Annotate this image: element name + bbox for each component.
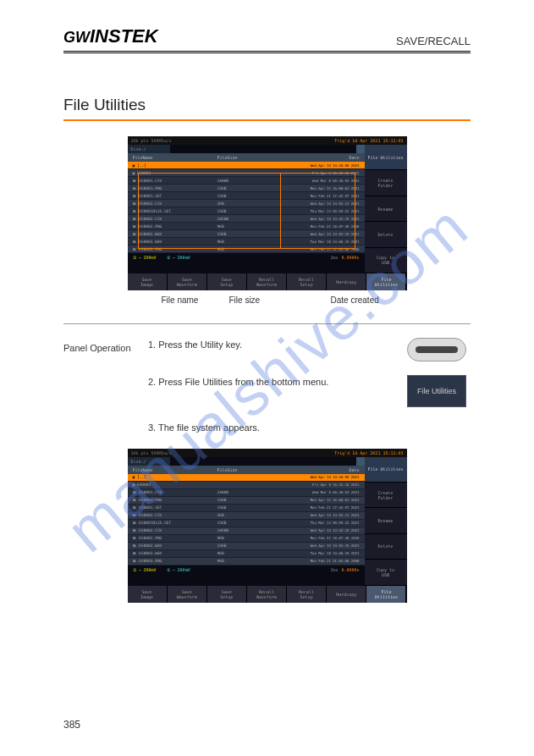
file-row: 🗎 DS0001.CSV244KBWed Mar 8 00:30:54 2021: [128, 177, 365, 185]
file-row: 🗎 DS0001R125.SET15KBThu Mar 13 09:55:22 …: [128, 207, 365, 215]
bottom-button: Recall Waveform: [247, 273, 287, 290]
right-panel-button: Create Folder: [365, 170, 407, 196]
bottom-button: Save Image: [128, 586, 168, 603]
file-row: 🗎 DS0002.CSV2KBWed Apr 14 14:52:11 2021: [128, 200, 365, 207]
annotation-line: [138, 173, 355, 174]
file-row: 🗎 DS0003.PNG9KBMon Feb 21 21:04:06 2000: [128, 558, 365, 566]
file-row: 🗎 DS0003.WAV9KBTue Mar 18 14:00:19 2021: [128, 550, 365, 558]
page-header: GWINSTEK SAVE/RECALL: [63, 25, 471, 53]
step-text: 3. The file system appears.: [148, 421, 403, 435]
disk-label: Disk:/: [128, 145, 170, 153]
logo: GWINSTEK: [63, 25, 158, 47]
file-row: 🗎 DS0002.WAV15KBWed Apr 14 14:52:19 2021: [128, 543, 365, 550]
bottom-button: Hardcopy: [327, 586, 366, 603]
right-panel-button: Delete: [365, 222, 407, 247]
file-row: 🗎 DS0003.WAV9KBTue Mar 18 14:00:19 2021: [128, 238, 365, 246]
sc-topbar-date: Trig'd 14 Apr 2021 15:11:03: [334, 138, 403, 143]
right-panel-button: Rename: [365, 508, 407, 533]
right-panel-button: Copy to USB: [365, 560, 407, 585]
file-row: ▣ DS0001Fri Apr 9 16:31:16 2021: [128, 482, 365, 489]
file-header-row: FileName FileSize Date: [128, 153, 365, 162]
step-text: 2. Press File Utilities from the bottom …: [148, 375, 403, 389]
footer: 385: [63, 719, 471, 731]
section-title: File Utilities: [63, 96, 471, 114]
file-list: ▣ [..]Wed Apr 14 14:44:59 2021▣ DS0001Fr…: [128, 474, 365, 566]
section-underline: [63, 119, 471, 121]
sc-topbar-info: 10k pts 500MSa/s: [131, 138, 172, 143]
bottom-button: Recall Setup: [287, 586, 327, 603]
bottom-button: Hardcopy: [327, 273, 366, 290]
file-row: 🗎 DS0001.CSV244KBWed Mar 8 00:30:54 2021: [128, 489, 365, 497]
divider: [63, 323, 471, 324]
annotation-line: [355, 173, 355, 249]
file-row: 🗎 DS0002.PNG9KBMon Feb 22 18:07:48 2020: [128, 535, 365, 543]
file-row: 🗎 DS0003.PNG9KBMon Feb 21 21:04:06 2000: [128, 246, 365, 253]
header-section: SAVE/RECALL: [396, 35, 471, 47]
col-filename: FileName: [133, 155, 217, 160]
file-row: 🗎 DS0001.PNG15KBMon Apr 12 16:00:01 2021: [128, 185, 365, 192]
step-text: 1. Press the Utility key.: [148, 338, 403, 352]
step-2: 2. Press File Utilities from the bottom …: [63, 375, 471, 407]
right-panel-button: Copy to USB: [365, 248, 407, 273]
file-row: 🗎 DS0001.PNG15KBMon Apr 12 16:00:01 2021: [128, 497, 365, 505]
step-3: 3. The file system appears.: [63, 421, 471, 435]
annotation-line: [138, 173, 139, 249]
right-panel: File UtilitiesCreate FolderRenameDeleteC…: [365, 145, 407, 273]
bottom-button: File Utilities: [366, 586, 406, 603]
file-row: ▣ [..]Wed Apr 14 14:44:59 2021: [128, 162, 365, 169]
bottom-button: Recall Waveform: [247, 586, 287, 603]
bottom-button: Save Image: [128, 273, 168, 290]
bottom-button: Save Waveform: [168, 273, 207, 290]
right-panel-button: Rename: [365, 196, 407, 222]
ptr-filename: File name: [162, 295, 229, 305]
ptr-filesize: File size: [229, 295, 331, 305]
file-row: 🗎 DS0002.CSV245KBWed Apr 14 14:42:19 202…: [128, 215, 365, 223]
annotation-labels: File name File size Date created: [128, 295, 407, 305]
bottom-button: Save Setup: [207, 586, 247, 603]
col-filesize: FileSize: [217, 155, 285, 160]
bottom-button: Save Waveform: [168, 586, 207, 603]
right-panel-button: Delete: [365, 534, 407, 560]
step-1: Panel Operation 1. Press the Utility key…: [63, 338, 471, 361]
file-row: ▣ [..]Wed Apr 14 14:44:59 2021: [128, 474, 365, 482]
file-row: 🗎 DS0002.CSV245KBWed Apr 14 14:42:19 202…: [128, 527, 365, 535]
ptr-date: Date created: [331, 295, 399, 305]
file-row: 🗎 DS0002.PNG9KBMon Feb 22 18:07:48 2020: [128, 223, 365, 230]
screenshot-file-utilities-annotated: 10k pts 500MSa/s Trig'd 14 Apr 2021 15:1…: [128, 136, 407, 290]
file-row: 🗎 DS0001R125.SET15KBThu Mar 13 09:55:22 …: [128, 520, 365, 527]
footer-page: 385: [63, 719, 80, 731]
right-panel-button: File Utilities: [365, 145, 407, 170]
file-utilities-button-graphic: File Utilities: [407, 375, 466, 407]
screenshot-file-utilities: 10k pts 500MSa/s Trig'd 14 Apr 2021 15:1…: [128, 449, 407, 603]
file-row: 🗎 DS0002.CSV2KBWed Apr 14 14:52:11 2021: [128, 512, 365, 520]
bottom-button: Save Setup: [207, 273, 247, 290]
bottom-button: File Utilities: [366, 273, 406, 290]
file-row: 🗎 DS0002.WAV15KBWed Apr 14 14:52:19 2021: [128, 230, 365, 238]
status-bar: ① ⎓ 200mV ② ⎓ 200mV 2ms 0.0000s: [128, 253, 365, 262]
right-panel-button: File Utilities: [365, 457, 407, 483]
bottom-button: Recall Setup: [287, 273, 327, 290]
bottom-bar: Save ImageSave WaveformSave SetupRecall …: [128, 273, 407, 290]
col-date: Date: [285, 155, 360, 160]
file-row: 🗎 DS0001.SET15KBMon Feb 21 17:42:57 2021: [128, 192, 365, 200]
file-row: 🗎 DS0001.SET15KBMon Feb 21 17:42:57 2021: [128, 505, 365, 512]
annotation-line: [138, 248, 355, 249]
utility-key-icon: [407, 338, 466, 361]
file-list: ▣ [..]Wed Apr 14 14:44:59 2021▣ DS0001Fr…: [128, 162, 365, 253]
right-panel-button: Create Folder: [365, 483, 407, 508]
step-label: Panel Operation: [63, 338, 148, 353]
annotation-line: [280, 173, 281, 249]
